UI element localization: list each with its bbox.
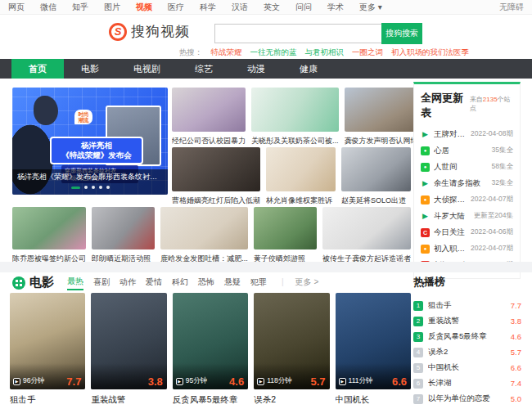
tab-variety[interactable]: 综艺 [178, 59, 230, 79]
banner-caption[interactable]: 杨洋亮相《荣耀》发布会廓形西装条纹衬衣秀下颌... [17, 172, 163, 182]
featured-carousel[interactable]: 时尚潮流 杨洋亮相 《特战荣耀》发布会 穿廓形西装条纹衬衣 下颌线也太绝了 杨洋… [12, 88, 168, 195]
update-row[interactable]: ▶ 王牌对王牌第...2022-04-08期 [421, 126, 513, 142]
rank-row[interactable]: 5 中国机长6.6 [413, 360, 521, 375]
search-button[interactable]: 搜狗搜索 [381, 23, 422, 44]
news-thumbnail[interactable] [172, 147, 260, 191]
top-nav-weixin[interactable]: 微信 [40, 2, 56, 13]
news-thumbnail[interactable] [322, 207, 411, 249]
carousel-dot-active[interactable] [71, 187, 80, 189]
genre-tab-action[interactable]: 动作 [119, 276, 136, 290]
update-row[interactable]: ● 初入职场的我...2022-04-07期 [421, 240, 513, 257]
news-card[interactable]: 陈乔恩被曝签约新公司 [12, 207, 86, 264]
movies-more-link[interactable]: 更多 > [295, 276, 319, 290]
top-nav-more-dropdown[interactable]: 更多 ▾ [359, 2, 382, 13]
hot-keyword[interactable]: 一圈之词 [352, 47, 383, 58]
news-thumbnail[interactable] [160, 207, 248, 249]
movie-card[interactable]: ▶96分钟 7.7 狙击手 [10, 293, 85, 406]
genre-tab-hottest[interactable]: 最热 [67, 276, 83, 290]
sogou-video-logo[interactable]: S 搜狗视频 [109, 22, 190, 41]
genre-tab-scifi[interactable]: 科幻 [172, 276, 188, 290]
movie-title[interactable]: 重装战警 [91, 394, 166, 406]
genre-tab-romance[interactable]: 爱情 [146, 276, 162, 290]
news-caption[interactable]: 林允肖像维权案胜诉 [266, 196, 336, 206]
movie-title[interactable]: 中国机长 [336, 394, 411, 406]
news-card[interactable]: 曹格婚姻亮红灯后陷入低潮 [172, 147, 260, 206]
carousel-dot[interactable] [84, 186, 88, 189]
news-card[interactable]: 经纪公司否认校园暴力 [172, 88, 246, 146]
top-nav-chinese[interactable]: 汉语 [232, 2, 248, 13]
update-row[interactable]: ▶ 斗罗大陆更新至204集 [421, 208, 513, 224]
hot-keyword[interactable]: 特战荣耀 [211, 47, 242, 58]
top-nav-medical[interactable]: 医疗 [168, 2, 184, 13]
news-thumbnail[interactable] [172, 88, 246, 132]
tab-home[interactable]: 首页 [11, 59, 64, 79]
movie-title[interactable]: 误杀2 [254, 394, 329, 406]
movie-section-icon [12, 276, 25, 290]
movie-poster[interactable]: ▶96分钟 7.7 [10, 293, 85, 389]
news-card[interactable]: 郎朗晒近期活动照 [92, 207, 155, 264]
carousel-dot[interactable] [106, 186, 110, 189]
top-nav-web[interactable]: 网页 [8, 2, 25, 13]
rank-row[interactable]: 6 长津湖7.4 [413, 375, 521, 391]
top-nav-wenwen[interactable]: 问问 [295, 2, 312, 13]
movie-card[interactable]: ▶118分钟 5.7 误杀2 [254, 293, 329, 406]
update-row[interactable]: ● 心居35集全 [421, 142, 513, 159]
movie-title[interactable]: 狙击手 [10, 394, 85, 406]
genre-tab-comedy[interactable]: 喜剧 [93, 276, 110, 290]
news-caption[interactable]: 关晓彤及关联奶茶公司被... [251, 136, 339, 146]
news-card[interactable]: 鹿晗发金发图吐槽：减肥... [160, 207, 248, 264]
search-input[interactable] [214, 24, 381, 43]
top-nav-english[interactable]: 英文 [264, 2, 280, 13]
news-card[interactable]: 林允肖像维权案胜诉 [266, 147, 336, 206]
movie-card[interactable]: ▶95分钟 4.6 反贪风暴5最终章 [173, 293, 248, 406]
movie-poster[interactable]: ▶95分钟 4.6 [173, 293, 248, 389]
genre-tab-crime[interactable]: 犯罪 [250, 276, 267, 290]
top-nav-images[interactable]: 图片 [104, 2, 120, 13]
update-row[interactable]: ▶ 余生请多指教32集全 [421, 175, 513, 191]
news-thumbnail[interactable] [251, 88, 339, 132]
top-nav-zhihu[interactable]: 知乎 [72, 2, 88, 13]
tab-movies[interactable]: 电影 [64, 59, 116, 79]
hot-keyword[interactable]: 与君初相识 [305, 47, 345, 58]
top-nav-science[interactable]: 科学 [200, 2, 216, 13]
tab-health[interactable]: 健康 [282, 59, 335, 79]
top-nav-video-active[interactable]: 视频 [136, 2, 152, 13]
update-row[interactable]: ● 大侦探第七季2022-04-07期 [421, 191, 513, 208]
movie-title[interactable]: 反贪风暴5最终章 [173, 394, 248, 406]
news-card[interactable]: 赵美延将SOLO出道 [341, 147, 411, 206]
news-thumbnail[interactable] [254, 207, 317, 249]
hot-keyword[interactable]: 一往无前的蓝 [250, 47, 297, 58]
rank-row[interactable]: 3 反贪风暴5最终章4.6 [413, 329, 521, 344]
rank-row[interactable]: 4 误杀25.7 [413, 344, 521, 360]
news-thumbnail[interactable] [92, 207, 155, 249]
news-thumbnail[interactable] [266, 147, 336, 191]
movie-poster[interactable]: ▶111分钟 6.6 [336, 293, 411, 389]
carousel-dot[interactable] [92, 186, 95, 189]
update-row[interactable]: C 今日关注2022-04-06期 [421, 224, 513, 240]
tab-anime[interactable]: 动漫 [230, 59, 282, 79]
news-card[interactable]: 黄子佼晒郊游照 [254, 207, 317, 264]
accessibility-link[interactable]: 无障碍 [499, 2, 524, 13]
carousel-dot[interactable] [99, 186, 102, 189]
hot-keyword[interactable]: 初入职场的我们法医季 [391, 47, 469, 58]
carousel-dots[interactable] [17, 186, 163, 189]
rank-row[interactable]: 2 重装战警3.8 [413, 313, 521, 329]
movie-card[interactable]: ▶111分钟 6.6 中国机长 [336, 293, 411, 406]
genre-tab-horror[interactable]: 恐怖 [198, 276, 214, 290]
movie-card[interactable]: 3.8 重装战警 [91, 293, 166, 406]
rank-row[interactable]: 1 狙击手7.7 [413, 298, 521, 313]
news-card[interactable]: 关晓彤及关联奶茶公司被... [251, 88, 339, 146]
top-nav-academic[interactable]: 学术 [327, 2, 344, 13]
news-caption[interactable]: 经纪公司否认校园暴力 [172, 136, 246, 146]
movie-poster[interactable]: ▶118分钟 5.7 [254, 293, 329, 389]
news-caption[interactable]: 曹格婚姻亮红灯后陷入低潮 [172, 196, 260, 206]
news-thumbnail[interactable] [341, 147, 411, 191]
movie-poster[interactable]: 3.8 [91, 293, 166, 389]
news-caption[interactable]: 赵美延将SOLO出道 [341, 196, 411, 206]
update-row[interactable]: ● 人世间58集全 [421, 159, 513, 175]
genre-tab-suspense[interactable]: 悬疑 [224, 276, 241, 290]
tab-tv-series[interactable]: 电视剧 [116, 59, 178, 79]
news-card[interactable]: 被传生子龚俊方起诉造谣者 [322, 207, 411, 264]
rank-row[interactable]: 7 以年为单位的恋爱5.0 [413, 391, 521, 407]
news-thumbnail[interactable] [12, 207, 86, 249]
